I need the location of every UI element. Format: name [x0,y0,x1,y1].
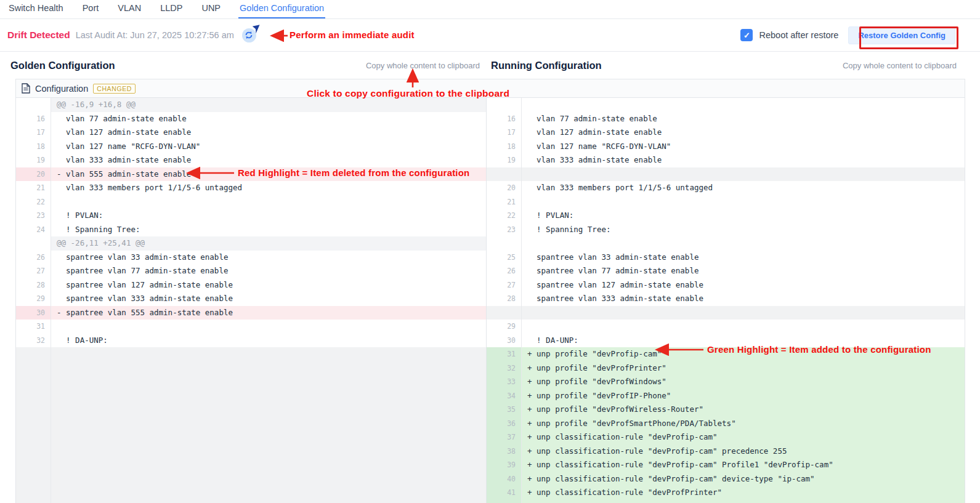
added-line: 38+ unp classification-rule "devProfip-c… [487,445,965,459]
context-line: 18 vlan 127 name "RCFG-DYN-VLAN" [487,140,965,154]
reboot-after-restore-label: Reboot after restore [759,30,838,40]
code-text: vlan 333 admin-state enable [522,153,965,167]
reboot-after-restore-checkbox[interactable]: ✓ [740,29,753,41]
code-text: + unp profile "devProfip-cam" [522,347,965,361]
golden-config-diff-panel: @@ -16,9 +16,8 @@16 vlan 77 admin-state … [16,98,487,503]
running-configuration-title: Running Configuration [491,60,602,71]
tab-switch-health[interactable]: Switch Health [7,0,65,18]
tab-port[interactable]: Port [81,0,100,18]
placeholder-line [16,430,486,445]
line-number: 32 [16,334,51,348]
configuration-diff-card: Configuration CHANGED @@ -16,9 +16,8 @@1… [15,79,965,503]
copy-golden-content-link[interactable]: Copy whole content to clipboard [366,61,480,70]
line-number: 17 [487,126,522,140]
code-text [522,195,965,209]
tab-bar: Switch Health Port VLAN LLDP UNP Golden … [0,0,980,19]
code-text [51,195,486,209]
line-number: 28 [16,278,51,292]
running-config-diff-panel: 16 vlan 77 admin-state enable17 vlan 127… [487,98,965,503]
code-text: @@ -16,9 +16,8 @@ [51,98,486,112]
code-text: spantree vlan 333 admin-state enable [522,292,965,306]
diff-card-header: Configuration CHANGED [16,79,965,98]
code-text [51,417,486,431]
empty-line [487,236,965,251]
code-text: + unp profile "devProfWindows" [522,375,965,389]
code-text: + unp classification-rule "devProfip-cam… [522,445,965,459]
code-text: spantree vlan 127 admin-state enable [51,278,486,292]
line-number: 32 [487,361,522,376]
line-number: 22 [16,195,51,209]
line-number: 35 [487,403,522,417]
code-text [522,98,965,112]
placeholder-line [16,486,486,500]
context-line: 23 ! Spanning Tree: [487,223,965,237]
line-number [16,458,51,472]
tab-lldp[interactable]: LLDP [159,0,184,18]
code-text [522,167,965,182]
line-number [16,98,51,112]
deleted-line: 20- vlan 555 admin-state enable [16,167,486,182]
line-number: 21 [487,195,522,209]
placeholder-line [16,389,486,403]
code-text [51,445,486,459]
code-text: - vlan 555 admin-state enable [51,167,486,182]
placeholder-line [16,347,486,361]
code-text: + unp profile "devProfWireless-Router" [522,403,965,417]
line-number [16,347,51,361]
code-text [522,500,965,503]
line-number [487,500,522,503]
last-audit-timestamp: Last Audit At: Jun 27, 2025 10:27:56 am [76,30,234,40]
code-text: vlan 77 admin-state enable [522,112,965,126]
context-line: 26 spantree vlan 77 admin-state enable [487,264,965,278]
code-text [51,347,486,361]
context-line: 21 [487,195,965,209]
added-line: 37+ unp classification-rule "devProfip-c… [487,430,965,445]
code-text: + unp profile "devProfPrinter" [522,361,965,376]
code-text [51,500,486,503]
line-number: 27 [487,278,522,292]
line-number: 33 [487,375,522,389]
run-audit-icon[interactable] [242,28,256,42]
line-number: 29 [487,320,522,334]
context-line: 23 ! PVLAN: [16,209,486,223]
context-line: 19 vlan 333 admin-state enable [16,153,486,167]
code-text: spantree vlan 77 admin-state enable [51,264,486,278]
tab-unp[interactable]: UNP [200,0,222,18]
added-line: 31+ unp profile "devProfip-cam" [487,347,965,361]
added-line: 36+ unp profile "devProfSmartPhone/PDA/T… [487,417,965,431]
context-line: 27 spantree vlan 127 admin-state enable [487,278,965,292]
code-text: ! PVLAN: [522,209,965,223]
tab-vlan[interactable]: VLAN [116,0,142,18]
line-number [487,167,522,182]
code-text: ! DA-UNP: [522,334,965,348]
placeholder-line [16,417,486,431]
line-number: 23 [487,223,522,237]
context-line: 20 vlan 333 members port 1/1/5-6 untagge… [487,181,965,195]
context-line: 24 ! Spanning Tree: [16,223,486,237]
line-number: 27 [16,264,51,278]
added-line: 34+ unp profile "devProfIP-Phone" [487,389,965,403]
code-text: + unp classification-rule "devProfip-cam… [522,458,965,472]
code-text: ! DA-UNP: [51,334,486,348]
context-line: 16 vlan 77 admin-state enable [487,112,965,126]
code-text [51,458,486,472]
code-text [51,472,486,486]
context-line: 28 spantree vlan 333 admin-state enable [487,292,965,306]
code-text: vlan 127 name "RCFG-DYN-VLAN" [522,140,965,154]
context-line: 16 vlan 77 admin-state enable [16,112,486,126]
restore-golden-config-button[interactable]: Restore Golden Config [848,26,955,44]
empty-line [487,98,965,112]
context-line: 17 vlan 127 admin-state enable [487,126,965,140]
line-number [16,403,51,417]
cursor-icon [251,24,260,34]
line-number: 41 [487,486,522,500]
golden-configuration-title: Golden Configuration [10,60,115,71]
deleted-line: 30- spantree vlan 555 admin-state enable [16,306,486,320]
tab-golden-configuration[interactable]: Golden Configuration [238,0,325,18]
added-line: 40+ unp classification-rule "devProfip-c… [487,472,965,486]
copy-running-content-link[interactable]: Copy whole content to clipboard [843,61,957,70]
context-line: 27 spantree vlan 77 admin-state enable [16,264,486,278]
line-number [16,236,51,251]
context-line: 22 ! PVLAN: [487,209,965,223]
code-text: + unp profile "devProfIP-Phone" [522,389,965,403]
